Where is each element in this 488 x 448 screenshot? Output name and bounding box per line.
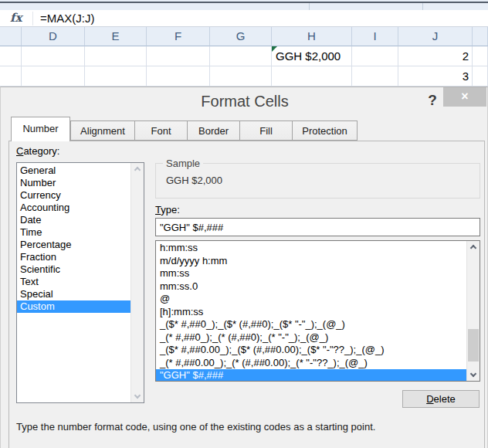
scroll-down-icon[interactable] <box>470 371 476 377</box>
category-listbox: General Number Currency Accounting Date … <box>16 162 144 403</box>
cell-I2[interactable] <box>352 66 398 87</box>
cell-F2[interactable] <box>147 66 210 87</box>
type-code-item[interactable]: _(* #,##0_);_(* (#,##0);_(* "-"_);_(@_) <box>156 331 466 344</box>
cell-F1[interactable] <box>147 46 210 66</box>
dialog-title: Format Cells <box>1 93 488 110</box>
type-code-item[interactable]: m/d/yyyy h:mm <box>156 255 466 268</box>
cell-pre-2[interactable] <box>0 66 22 87</box>
column-header-F[interactable]: F <box>147 27 210 46</box>
category-item[interactable]: Time <box>17 226 130 239</box>
sample-group-label: Sample <box>163 158 203 169</box>
cell-H2[interactable] <box>272 66 352 87</box>
tab-border[interactable]: Border <box>187 120 240 141</box>
spreadsheet-grid: D E F G H I J GGH $2,000 2 3 <box>0 27 488 87</box>
category-label: Category: <box>16 145 59 157</box>
cell-J2[interactable]: 3 <box>398 66 473 87</box>
scrollbar-thumb[interactable] <box>468 329 479 361</box>
formula-bar-separator <box>32 12 33 25</box>
column-header-blank-right[interactable] <box>473 27 488 46</box>
column-header-E[interactable]: E <box>85 27 147 46</box>
type-code-item[interactable]: _($* #,##0.00_);_($* (#,##0.00);_($* "-"… <box>156 344 466 357</box>
tab-font[interactable]: Font <box>134 120 188 141</box>
type-code-item[interactable]: mm:ss.0 <box>156 280 466 294</box>
scroll-up-icon[interactable] <box>470 245 476 251</box>
category-item[interactable]: Date <box>17 214 130 226</box>
column-header-D[interactable]: D <box>22 27 85 46</box>
category-scrollbar[interactable] <box>130 163 144 402</box>
format-code-help-text: Type the number format code, using one o… <box>16 421 375 433</box>
cell-G2[interactable] <box>210 66 272 87</box>
type-input[interactable] <box>155 218 480 236</box>
sample-value: GGH $2,000 <box>166 175 222 186</box>
cell-D2[interactable] <box>22 66 85 87</box>
format-cells-dialog: Format Cells ? × Number Alignment Font B… <box>0 87 488 448</box>
type-label: Type: <box>155 204 180 216</box>
ribbon-group-separator <box>422 3 423 10</box>
error-indicator-icon <box>272 46 277 52</box>
tab-fill[interactable]: Fill <box>239 120 293 141</box>
category-item[interactable]: Number <box>17 177 130 189</box>
delete-button[interactable]: Delete <box>402 390 480 408</box>
cell-E1[interactable] <box>85 46 147 66</box>
cell-post-1[interactable] <box>473 46 488 66</box>
cell-H1[interactable]: GGH $2,000 <box>272 46 352 66</box>
type-code-item[interactable]: h:mm:ss <box>156 242 466 255</box>
type-listbox: h:mm:ss m/d/yyyy h:mm mm:ss mm:ss.0 @ [h… <box>155 240 480 382</box>
cell-G1[interactable] <box>210 46 272 66</box>
column-header-H[interactable]: H <box>272 27 352 46</box>
column-header-blank-left[interactable] <box>0 27 22 46</box>
tab-alignment[interactable]: Alignment <box>70 120 135 141</box>
cell-I1[interactable] <box>352 46 398 66</box>
tab-protection[interactable]: Protection <box>292 120 358 141</box>
insert-function-icon[interactable]: fx <box>10 11 22 25</box>
category-item[interactable]: Currency <box>17 189 130 202</box>
type-scrollbar[interactable] <box>466 241 480 381</box>
cell-pre-1[interactable] <box>0 46 22 66</box>
cell-E2[interactable] <box>85 66 147 87</box>
category-item-selected[interactable]: Custom <box>17 300 130 313</box>
category-item[interactable]: Special <box>17 288 130 300</box>
scroll-up-icon[interactable] <box>134 167 141 173</box>
type-code-item-selected[interactable]: "GGH" $#,### <box>156 369 466 382</box>
formula-bar: fx =MAX(J:J) <box>0 10 488 27</box>
scroll-down-icon[interactable] <box>134 392 141 399</box>
column-header-J[interactable]: J <box>398 27 473 46</box>
column-header-I[interactable]: I <box>352 27 398 46</box>
tab-number[interactable]: Number <box>11 117 70 141</box>
ribbon-group-separator <box>309 3 310 10</box>
ribbon-divider-line <box>0 2 488 3</box>
category-item[interactable]: Accounting <box>17 202 130 214</box>
cell-post-2[interactable] <box>473 66 488 87</box>
sample-groupbox: Sample GGH $2,000 <box>155 163 480 199</box>
close-icon[interactable]: × <box>443 87 486 107</box>
cell-D1[interactable] <box>22 46 85 66</box>
category-item[interactable]: Scientific <box>17 263 130 276</box>
category-item[interactable]: Text <box>17 276 130 288</box>
category-item[interactable]: General <box>17 165 130 177</box>
ribbon-bottom-edge <box>0 0 488 10</box>
type-code-item[interactable]: _($* #,##0_);_($* (#,##0);_($* "-"_);_(@… <box>156 318 466 331</box>
type-code-item[interactable]: _(* #,##0.00_);_(* (#,##0.00);_(* "-"??_… <box>156 357 466 370</box>
cell-J1[interactable]: 2 <box>398 46 473 66</box>
column-header-G[interactable]: G <box>210 27 272 46</box>
help-button[interactable]: ? <box>423 92 442 111</box>
type-code-item[interactable]: mm:ss <box>156 267 466 280</box>
number-tab-panel: Category: General Number Currency Accoun… <box>8 141 485 448</box>
type-code-item[interactable]: @ <box>156 293 466 306</box>
type-code-item[interactable]: [h]:mm:ss <box>156 306 466 319</box>
cell-H1-value: GGH $2,000 <box>276 49 341 63</box>
category-item[interactable]: Fraction <box>17 251 130 263</box>
category-item[interactable]: Percentage <box>17 239 130 251</box>
formula-input[interactable]: =MAX(J:J) <box>40 12 94 25</box>
